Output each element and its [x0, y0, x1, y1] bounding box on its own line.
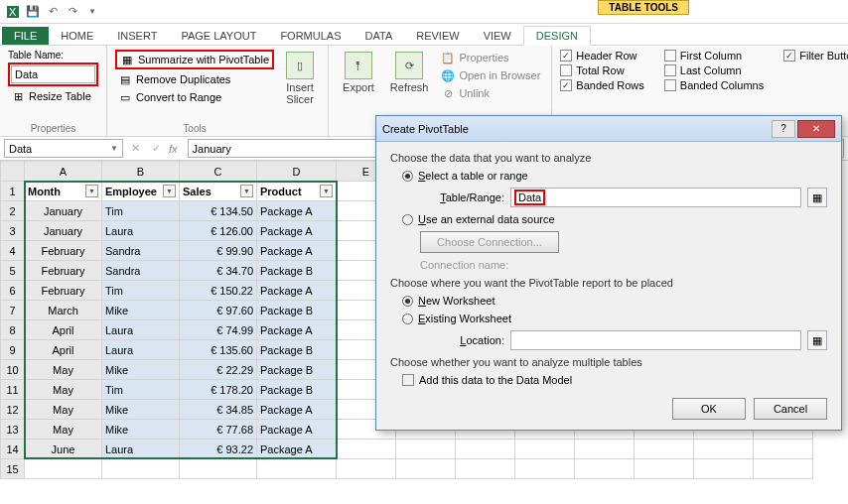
enter-icon[interactable]: ✓	[148, 142, 165, 155]
radio-existing-worksheet[interactable]: Existing Worksheet	[402, 313, 827, 324]
convert-range-button[interactable]: ▭Convert to Range	[115, 89, 274, 105]
cell[interactable]: € 34.70	[180, 261, 257, 281]
cell[interactable]: € 97.60	[180, 301, 257, 320]
tab-formulas[interactable]: FORMULAS	[268, 27, 353, 45]
cell[interactable]: Tim	[102, 380, 180, 400]
tab-review[interactable]: REVIEW	[404, 27, 471, 45]
radio-select-table[interactable]: Select a table or range	[402, 170, 827, 182]
tab-view[interactable]: VIEW	[472, 27, 523, 45]
name-box[interactable]: Data▼	[4, 139, 123, 158]
cell[interactable]: Laura	[102, 340, 180, 360]
table-name-input[interactable]	[11, 65, 95, 83]
row-header[interactable]: 10	[1, 360, 25, 380]
tab-design[interactable]: DESIGN	[523, 26, 591, 46]
cell[interactable]: January	[25, 221, 102, 241]
name-box-dropdown-icon[interactable]: ▼	[110, 144, 118, 153]
tab-page-layout[interactable]: PAGE LAYOUT	[169, 27, 268, 45]
cell[interactable]: April	[25, 320, 102, 340]
cell[interactable]	[257, 459, 337, 479]
filter-dropdown-icon[interactable]: ▼	[85, 185, 98, 197]
cell[interactable]: Package A	[257, 241, 337, 261]
tab-file[interactable]: FILE	[2, 27, 49, 45]
cell[interactable]	[635, 440, 694, 459]
cell[interactable]	[575, 459, 635, 479]
cell[interactable]: € 34.85	[180, 400, 257, 420]
save-icon[interactable]: 💾	[24, 3, 42, 21]
range-picker-button[interactable]: ▦	[807, 188, 827, 207]
row-header[interactable]: 12	[1, 400, 25, 420]
cell[interactable]: Package B	[257, 340, 337, 360]
cell[interactable]: Package A	[257, 201, 337, 221]
cell[interactable]	[575, 440, 635, 459]
cell[interactable]: April	[25, 340, 102, 360]
cell[interactable]: Package A	[257, 400, 337, 420]
table-header[interactable]: Month▼	[25, 182, 102, 201]
cell[interactable]: February	[25, 261, 102, 281]
ok-button[interactable]: OK	[672, 398, 746, 420]
location-input[interactable]	[510, 330, 801, 350]
col-header-d[interactable]: D	[257, 162, 337, 182]
row-header[interactable]: 8	[1, 320, 25, 340]
cell[interactable]: € 178.20	[180, 380, 257, 400]
radio-external-source[interactable]: Use an external data source	[402, 213, 827, 225]
resize-table-button[interactable]: ⊞Resize Table	[8, 88, 98, 104]
col-header-c[interactable]: C	[180, 162, 257, 182]
total-row-checkbox[interactable]: Total Row	[560, 64, 644, 76]
cell[interactable]: Laura	[102, 440, 180, 459]
header-row-checkbox[interactable]: ✓Header Row	[560, 50, 644, 62]
location-picker-button[interactable]: ▦	[807, 330, 827, 350]
cell[interactable]: Package A	[257, 440, 337, 459]
qat-dropdown-icon[interactable]: ▼	[83, 3, 101, 21]
fx-icon[interactable]: fx	[169, 143, 178, 155]
summarize-pivottable-button[interactable]: ▦Summarize with PivotTable	[115, 50, 274, 69]
cell[interactable]: February	[25, 241, 102, 261]
filter-button-checkbox[interactable]: ✓Filter Button	[783, 50, 848, 62]
cell[interactable]: € 93.22	[180, 440, 257, 459]
cell[interactable]	[396, 459, 456, 479]
cell[interactable]: May	[25, 380, 102, 400]
row-header[interactable]: 15	[1, 459, 25, 479]
cell[interactable]: Package B	[257, 380, 337, 400]
row-header[interactable]: 5	[1, 261, 25, 281]
cell[interactable]	[694, 459, 754, 479]
col-header-b[interactable]: B	[102, 162, 180, 182]
cell[interactable]: Package A	[257, 420, 337, 440]
cell[interactable]: Sandra	[102, 261, 180, 281]
cell[interactable]	[25, 459, 102, 479]
cell[interactable]: € 77.68	[180, 420, 257, 440]
cell[interactable]: € 22.29	[180, 360, 257, 380]
cell[interactable]	[456, 459, 515, 479]
cell[interactable]	[694, 440, 754, 459]
row-header[interactable]: 1	[1, 182, 25, 201]
cell[interactable]	[337, 440, 396, 459]
cell[interactable]	[515, 459, 575, 479]
redo-icon[interactable]: ↷	[64, 3, 81, 21]
radio-new-worksheet[interactable]: New Worksheet	[402, 295, 827, 307]
cell[interactable]	[337, 459, 396, 479]
dialog-close-button[interactable]: ✕	[797, 120, 835, 138]
cell[interactable]: € 135.60	[180, 340, 257, 360]
cell[interactable]: May	[25, 420, 102, 440]
cell[interactable]: May	[25, 360, 102, 380]
cell[interactable]	[754, 440, 813, 459]
row-header[interactable]: 3	[1, 221, 25, 241]
cell[interactable]: € 74.99	[180, 320, 257, 340]
cell[interactable]: Package B	[257, 360, 337, 380]
dialog-help-button[interactable]: ?	[772, 120, 795, 138]
cell[interactable]: Mike	[102, 360, 180, 380]
cell[interactable]: Package A	[257, 320, 337, 340]
cell[interactable]: May	[25, 400, 102, 420]
cell[interactable]	[456, 440, 515, 459]
table-range-input[interactable]: Data	[510, 188, 801, 207]
col-header-a[interactable]: A	[25, 162, 102, 182]
cell[interactable]	[102, 459, 180, 479]
tab-insert[interactable]: INSERT	[105, 27, 169, 45]
select-all-corner[interactable]	[1, 162, 25, 182]
table-header[interactable]: Sales▼	[180, 182, 257, 201]
cell[interactable]: € 150.22	[180, 281, 257, 301]
cell[interactable]: Package A	[257, 221, 337, 241]
cell[interactable]: € 126.00	[180, 221, 257, 241]
cancel-icon[interactable]: ✕	[127, 142, 144, 155]
last-col-checkbox[interactable]: Last Column	[664, 64, 764, 76]
row-header[interactable]: 9	[1, 340, 25, 360]
